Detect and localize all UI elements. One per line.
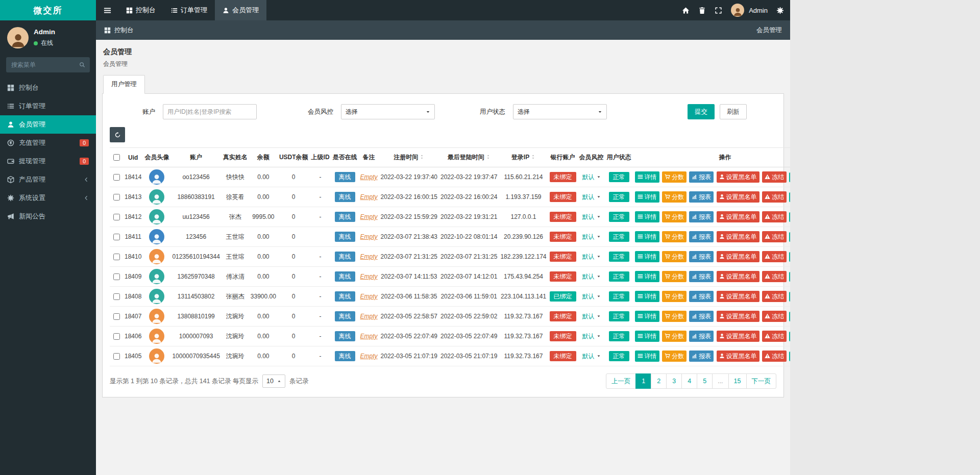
refresh-button[interactable]: 刷新 bbox=[720, 104, 747, 119]
freeze-button[interactable]: 冻结 bbox=[762, 331, 787, 342]
next-page-button[interactable]: 下一页 bbox=[746, 373, 777, 389]
menu-search-input[interactable] bbox=[6, 57, 75, 72]
remark-link[interactable]: Empty bbox=[360, 353, 378, 360]
remark-link[interactable]: Empty bbox=[360, 313, 378, 320]
edit-button[interactable] bbox=[789, 272, 790, 282]
freeze-button[interactable]: 冻结 bbox=[762, 351, 787, 362]
detail-button[interactable]: 详情 bbox=[635, 271, 659, 282]
row-checkbox[interactable] bbox=[113, 194, 120, 201]
risk-dropdown[interactable]: 默认 bbox=[582, 292, 601, 301]
select-all-checkbox[interactable] bbox=[113, 154, 120, 161]
edit-button[interactable] bbox=[789, 192, 790, 202]
report-button[interactable]: 报表 bbox=[689, 291, 714, 302]
score-button[interactable]: 分数 bbox=[662, 271, 687, 282]
user-avatar[interactable] bbox=[731, 4, 744, 17]
edit-button[interactable] bbox=[789, 172, 790, 182]
score-button[interactable]: 分数 bbox=[662, 231, 687, 242]
sidebar-toggle-button[interactable] bbox=[96, 0, 118, 20]
remark-link[interactable]: Empty bbox=[360, 273, 378, 280]
blacklist-button[interactable]: 设置黑名单 bbox=[717, 271, 760, 282]
remark-link[interactable]: Empty bbox=[360, 193, 378, 201]
edit-button[interactable] bbox=[789, 252, 790, 262]
report-button[interactable]: 报表 bbox=[689, 171, 714, 183]
detail-button[interactable]: 详情 bbox=[635, 171, 659, 183]
risk-dropdown[interactable]: 默认 bbox=[582, 253, 601, 261]
topnav-item-members[interactable]: 会员管理 bbox=[215, 0, 266, 20]
brand-logo[interactable]: 微交所 bbox=[0, 0, 96, 20]
sidebar-item-recharge[interactable]: 充值管理 0 bbox=[0, 134, 96, 152]
tab-user-management[interactable]: 用户管理 bbox=[103, 75, 145, 94]
row-checkbox[interactable] bbox=[113, 174, 120, 181]
edit-button[interactable] bbox=[789, 232, 790, 242]
remark-link[interactable]: Empty bbox=[360, 233, 378, 240]
freeze-button[interactable]: 冻结 bbox=[762, 231, 787, 242]
remark-link[interactable]: Empty bbox=[360, 293, 378, 300]
risk-dropdown[interactable]: 默认 bbox=[582, 272, 601, 281]
report-button[interactable]: 报表 bbox=[689, 351, 714, 362]
remark-link[interactable]: Empty bbox=[360, 213, 378, 220]
detail-button[interactable]: 详情 bbox=[635, 191, 659, 203]
blacklist-button[interactable]: 设置黑名单 bbox=[717, 291, 760, 302]
row-checkbox[interactable] bbox=[113, 293, 120, 300]
sidebar-item-members[interactable]: 会员管理 bbox=[0, 115, 96, 134]
score-button[interactable]: 分数 bbox=[662, 251, 687, 262]
row-checkbox[interactable] bbox=[113, 273, 120, 280]
settings-button[interactable] bbox=[776, 7, 784, 14]
detail-button[interactable]: 详情 bbox=[635, 251, 659, 262]
score-button[interactable]: 分数 bbox=[662, 171, 687, 183]
page-button-1[interactable]: 1 bbox=[635, 373, 651, 389]
risk-dropdown[interactable]: 默认 bbox=[582, 312, 601, 321]
sidebar-item-settings[interactable]: 系统设置 bbox=[0, 189, 96, 207]
sidebar-item-news[interactable]: 新闻公告 bbox=[0, 207, 96, 226]
risk-dropdown[interactable]: 默认 bbox=[582, 332, 601, 341]
topnav-item-orders[interactable]: 订单管理 bbox=[163, 0, 215, 20]
prev-page-button[interactable]: 上一页 bbox=[606, 373, 636, 389]
edit-button[interactable] bbox=[789, 332, 790, 341]
report-button[interactable]: 报表 bbox=[689, 231, 714, 242]
page-button-2[interactable]: 2 bbox=[651, 373, 667, 389]
detail-button[interactable]: 详情 bbox=[635, 311, 659, 322]
topnav-item-console[interactable]: 控制台 bbox=[118, 0, 163, 20]
row-checkbox[interactable] bbox=[113, 333, 120, 340]
risk-dropdown[interactable]: 默认 bbox=[582, 352, 601, 361]
breadcrumb[interactable]: 控制台 bbox=[104, 26, 134, 35]
report-button[interactable]: 报表 bbox=[689, 251, 714, 262]
detail-button[interactable]: 详情 bbox=[635, 211, 659, 222]
detail-button[interactable]: 详情 bbox=[635, 291, 659, 302]
edit-button[interactable] bbox=[789, 352, 790, 361]
blacklist-button[interactable]: 设置黑名单 bbox=[717, 211, 760, 222]
freeze-button[interactable]: 冻结 bbox=[762, 311, 787, 322]
menu-search-button[interactable] bbox=[75, 57, 90, 72]
blacklist-button[interactable]: 设置黑名单 bbox=[717, 251, 760, 262]
col-reg-time[interactable]: 注册时间 bbox=[379, 148, 439, 167]
sidebar-item-console[interactable]: 控制台 bbox=[0, 79, 96, 97]
edit-button[interactable] bbox=[789, 212, 790, 222]
freeze-button[interactable]: 冻结 bbox=[762, 171, 787, 183]
row-checkbox[interactable] bbox=[113, 234, 120, 240]
col-login-ip[interactable]: 登录IP bbox=[499, 148, 548, 167]
detail-button[interactable]: 详情 bbox=[635, 231, 659, 242]
fullscreen-button[interactable] bbox=[715, 7, 722, 14]
risk-dropdown[interactable]: 默认 bbox=[582, 213, 601, 221]
freeze-button[interactable]: 冻结 bbox=[762, 211, 787, 222]
row-checkbox[interactable] bbox=[113, 254, 120, 260]
blacklist-button[interactable]: 设置黑名单 bbox=[717, 311, 760, 322]
remark-link[interactable]: Empty bbox=[360, 253, 378, 260]
row-checkbox[interactable] bbox=[113, 353, 120, 360]
freeze-button[interactable]: 冻结 bbox=[762, 191, 787, 203]
score-button[interactable]: 分数 bbox=[662, 191, 687, 203]
row-checkbox[interactable] bbox=[113, 214, 120, 220]
score-button[interactable]: 分数 bbox=[662, 291, 687, 302]
freeze-button[interactable]: 冻结 bbox=[762, 251, 787, 262]
risk-dropdown[interactable]: 默认 bbox=[582, 233, 601, 241]
page-button-5[interactable]: 5 bbox=[697, 373, 713, 389]
report-button[interactable]: 报表 bbox=[689, 331, 714, 342]
score-button[interactable]: 分数 bbox=[662, 331, 687, 342]
report-button[interactable]: 报表 bbox=[689, 191, 714, 203]
report-button[interactable]: 报表 bbox=[689, 311, 714, 322]
row-checkbox[interactable] bbox=[113, 313, 120, 320]
report-button[interactable]: 报表 bbox=[689, 271, 714, 282]
home-button[interactable] bbox=[682, 7, 690, 14]
reload-table-button[interactable] bbox=[110, 127, 125, 142]
risk-dropdown[interactable]: 默认 bbox=[582, 173, 601, 182]
